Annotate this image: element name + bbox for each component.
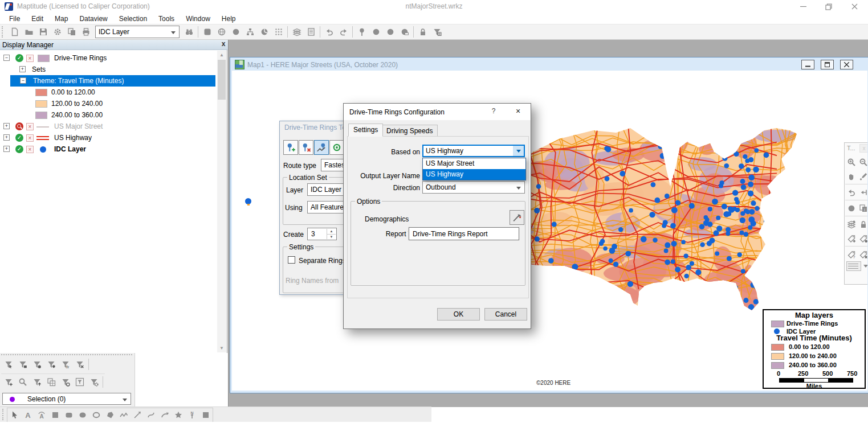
visible-check-icon[interactable]: ✓ — [15, 54, 23, 62]
funcirc-icon[interactable] — [30, 358, 44, 371]
circle2-icon[interactable] — [369, 25, 383, 39]
scurve-icon[interactable] — [144, 408, 158, 422]
arc-icon[interactable] — [158, 408, 172, 422]
frounded-icon[interactable] — [62, 408, 76, 422]
based-on-combobox[interactable]: US Highway — [422, 145, 525, 157]
globe-icon[interactable] — [214, 25, 229, 39]
stepper-arrows[interactable]: ▲▼ — [327, 229, 336, 239]
collapse-icon[interactable]: − — [3, 55, 10, 61]
tree-row-class-1[interactable]: 0.00 to 120.00 — [0, 87, 215, 98]
scroll-thumb[interactable] — [218, 60, 226, 100]
map-legend[interactable]: Map layers Drive-Time Rings IDC Layer Tr… — [763, 309, 866, 389]
tagx-icon[interactable] — [857, 247, 867, 261]
remove-layer-icon[interactable]: × — [26, 134, 34, 142]
hand-icon[interactable] — [845, 169, 857, 183]
fungear-icon[interactable] — [87, 375, 101, 389]
toolbar-gripper[interactable] — [1, 354, 132, 357]
display-manager-titlebar[interactable]: Display Manager — [0, 40, 228, 50]
funneltable-icon[interactable] — [430, 25, 444, 39]
expand-icon[interactable]: + — [3, 123, 10, 129]
circle2-icon[interactable] — [383, 25, 397, 39]
delete-location-button[interactable] — [299, 140, 313, 155]
scale-display-button[interactable] — [846, 261, 867, 271]
copygrid-icon[interactable] — [44, 375, 58, 389]
magnifier-icon[interactable] — [15, 375, 30, 389]
map-window-titlebar[interactable]: Map1 - HERE Major Streets (USA, October … — [232, 59, 398, 71]
funsq-icon[interactable] — [15, 358, 30, 371]
tree-row-drive-time-rings[interactable]: − ✓ × Drive-Time Rings — [0, 52, 215, 64]
remove-layer-icon[interactable]: × — [26, 55, 34, 62]
scroll-up-icon[interactable]: ▲ — [217, 51, 226, 59]
tab-driving-speeds[interactable]: Driving Speeds — [381, 125, 438, 137]
brush-icon[interactable] — [857, 169, 867, 183]
binoc-icon[interactable] — [182, 25, 196, 39]
funbox-icon[interactable] — [72, 375, 87, 389]
menu-file[interactable]: File — [3, 14, 26, 23]
scroll-down-icon[interactable]: ▼ — [217, 344, 226, 352]
cursor-icon[interactable] — [7, 408, 21, 422]
fpoly-icon[interactable] — [103, 408, 117, 422]
layersinfo-icon[interactable] — [845, 217, 857, 231]
map-close-button[interactable] — [840, 60, 853, 69]
funball-icon[interactable] — [58, 375, 72, 389]
visible-check-icon[interactable]: ✓ — [15, 145, 23, 153]
funadd-icon[interactable] — [1, 375, 15, 389]
oellipse-icon[interactable] — [89, 408, 103, 422]
separate-rings-checkbox[interactable] — [288, 256, 295, 264]
restore-button[interactable] — [819, 0, 838, 13]
dialog-help-button[interactable]: ? — [486, 107, 501, 117]
menu-map[interactable]: Map — [49, 14, 74, 23]
zoomout-icon[interactable] — [857, 155, 867, 169]
menu-edit[interactable]: Edit — [26, 14, 49, 23]
combobox-arrow[interactable] — [513, 146, 524, 156]
expand-icon[interactable]: + — [19, 66, 26, 72]
collapse-icon[interactable]: − — [20, 77, 26, 84]
menu-tools[interactable]: Tools — [153, 14, 180, 23]
demographics-settings-button[interactable] — [510, 210, 524, 225]
goend-icon[interactable] — [857, 185, 867, 199]
dotgrid-icon[interactable] — [271, 25, 286, 39]
north-icon[interactable] — [185, 408, 199, 422]
cancel-button[interactable]: Cancel — [484, 308, 527, 321]
menu-help[interactable]: Help — [216, 14, 242, 23]
pie-icon[interactable] — [257, 25, 271, 39]
atext-icon[interactable] — [21, 408, 35, 422]
disk-icon[interactable] — [36, 25, 50, 39]
report-icon[interactable] — [304, 25, 318, 39]
expand-icon[interactable]: + — [3, 146, 10, 152]
fsquare-icon[interactable] — [199, 408, 213, 422]
tree-row-us-major-street[interactable]: + × US Major Street — [0, 121, 215, 132]
tree-scrollbar[interactable]: ▲ ▼ — [217, 51, 226, 352]
redo-icon[interactable] — [336, 25, 351, 39]
map-maximize-button[interactable] — [821, 60, 834, 69]
circlecar-icon[interactable] — [397, 25, 411, 39]
toolbar-gripper[interactable] — [2, 26, 6, 38]
report-title-input[interactable]: Drive-Time Rings Report — [409, 227, 519, 240]
visible-check-icon[interactable]: ✓ — [15, 134, 23, 142]
circle2-icon[interactable] — [845, 201, 857, 215]
circle2-icon[interactable] — [229, 25, 243, 39]
add-location-button[interactable] — [283, 140, 298, 155]
funpoly-icon[interactable] — [44, 358, 58, 371]
selection-set-combobox[interactable]: Selection (0) — [2, 393, 131, 405]
tagq-icon[interactable] — [845, 247, 857, 261]
zigzag-icon[interactable] — [117, 408, 131, 422]
ok-button[interactable]: OK — [437, 308, 480, 321]
tagadd-icon[interactable] — [845, 231, 857, 245]
layer-combobox[interactable]: IDC Layer — [95, 26, 180, 38]
copy-icon[interactable] — [64, 25, 79, 39]
star-icon[interactable] — [172, 408, 185, 422]
direction-combobox[interactable]: Outbound — [422, 181, 525, 194]
create-count-stepper[interactable]: 3 ▲▼ — [307, 228, 337, 240]
gear-icon[interactable] — [50, 25, 64, 39]
stepper-down-icon[interactable]: ▼ — [327, 235, 336, 240]
expand-icon[interactable]: + — [3, 134, 10, 141]
fsquare-icon[interactable] — [48, 408, 62, 422]
arrowline-icon[interactable] — [131, 408, 144, 422]
zoomin-icon[interactable] — [845, 155, 857, 169]
sitemap-icon[interactable] — [243, 25, 257, 39]
tab-settings[interactable]: Settings — [348, 124, 383, 137]
drive-time-ring-tool-button[interactable] — [314, 140, 329, 155]
atextarc-icon[interactable] — [35, 408, 48, 422]
dialog-close-button[interactable]: × — [510, 106, 526, 118]
